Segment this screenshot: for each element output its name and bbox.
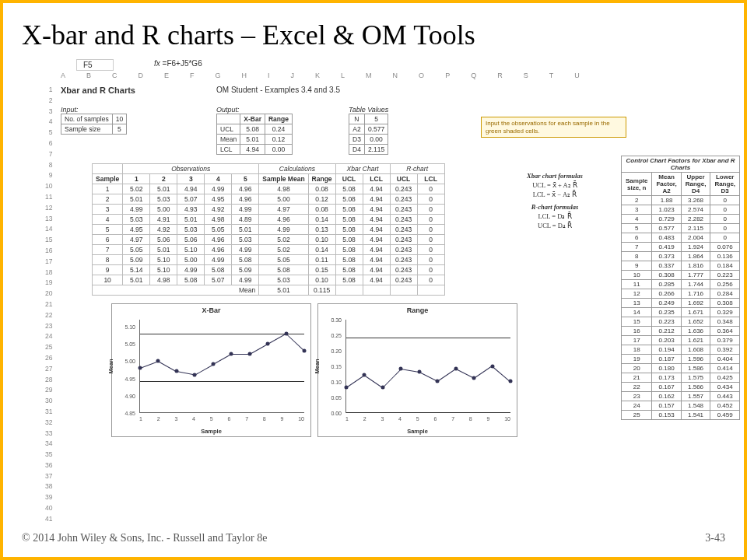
- slide-footer: © 2014 John Wiley & Sons, Inc. - Russell…: [22, 532, 725, 544]
- output-heading: Output:: [216, 106, 240, 114]
- main-data-block: ObservationsCalculationsXbar ChartR-char…: [92, 163, 445, 296]
- formula-bar: fx =F6+J5*G6: [154, 59, 202, 68]
- excel-area: F5 fx =F6+J5*G6 ABCDEFGHIJKLMNOPQRSTU 12…: [22, 59, 725, 479]
- formula-block: Xbar chart formulas UCL = x̄ + A₂ R̄ LCL…: [504, 167, 605, 231]
- xbar-chart: X-Bar4.854.904.955.005.055.1012345678910…: [111, 303, 311, 437]
- r-lcl-formula: LCL = D₃ R̄: [504, 212, 605, 220]
- footer-page: 3-43: [705, 532, 725, 544]
- fx-icon: fx: [154, 59, 160, 68]
- table-values-heading: Table Values: [349, 106, 388, 114]
- column-headers: ABCDEFGHIJKLMNOPQRSTU: [61, 72, 580, 79]
- xbar-formula-title: Xbar chart formulas: [504, 172, 605, 180]
- slide: X-bar and R charts – Excel & OM Tools F5…: [0, 0, 747, 560]
- factors-block: Control Chart Factors for Xbar and R Cha…: [621, 156, 740, 420]
- output-table: X-BarRangeUCL5.080.24Mean5.010.12LCL4.94…: [216, 114, 293, 155]
- xbar-ucl-formula: UCL = x̄ + A₂ R̄: [504, 181, 605, 189]
- factors-table: Control Chart Factors for Xbar and R Cha…: [621, 156, 740, 420]
- slide-title: X-bar and R charts – Excel & OM Tools: [22, 19, 725, 51]
- instruction-note: Input the observations for each sample i…: [481, 117, 626, 138]
- r-ucl-formula: UCL = D₄ R̄: [504, 222, 605, 229]
- name-box: F5: [76, 59, 114, 71]
- row-numbers: 1234567891011121314151617181920212223242…: [45, 86, 52, 523]
- chart-pair: X-Bar4.854.904.955.005.055.1012345678910…: [111, 303, 517, 437]
- example-label: OM Student - Examples 3.4 and 3.5: [216, 86, 340, 94]
- main-data-table: ObservationsCalculationsXbar ChartR-char…: [92, 163, 445, 296]
- table-values-table: N5A20.577D30.00D42.115: [349, 114, 388, 155]
- range-chart: Range0.000.050.100.150.200.250.301234567…: [317, 303, 517, 437]
- worksheet: Xbar and R Charts OM Student - Examples …: [61, 86, 738, 95]
- formula-text: =F6+J5*G6: [163, 59, 202, 68]
- sheet-title: Xbar and R Charts: [61, 86, 738, 95]
- footer-copyright: © 2014 John Wiley & Sons, Inc. - Russell…: [22, 532, 267, 544]
- input-table: No. of samples10Sample size5: [61, 114, 127, 135]
- input-heading: Input:: [61, 106, 79, 114]
- r-formula-title: R-chart formulas: [504, 203, 605, 211]
- xbar-lcl-formula: LCL = x̄ − A₂ R̄: [504, 191, 605, 198]
